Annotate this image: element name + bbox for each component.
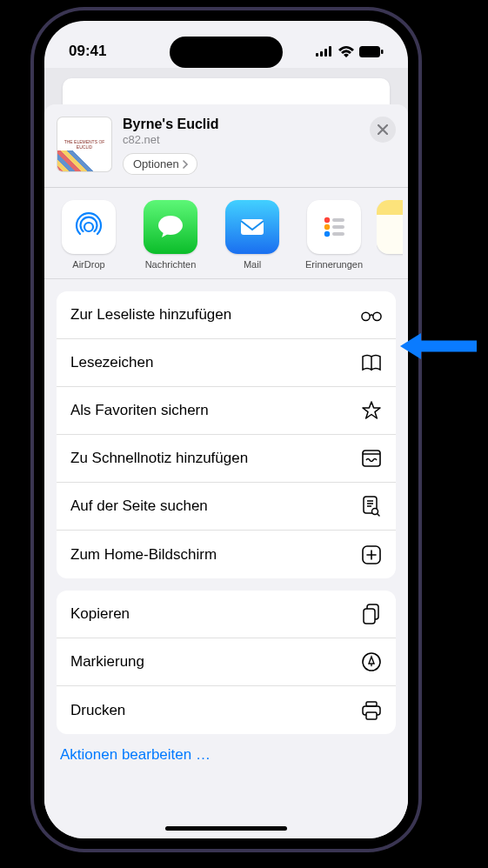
svg-point-15: [362, 312, 370, 320]
svg-point-9: [324, 217, 330, 223]
messages-icon: [144, 200, 197, 254]
action-markup[interactable]: Markierung: [57, 638, 396, 686]
actions-group-1: Zur Leseliste hinzufügen Lesezeichen Als…: [57, 291, 396, 578]
actions-group-2: Kopieren Markierung Drucken: [57, 591, 396, 734]
action-copy[interactable]: Kopieren: [57, 591, 396, 638]
screen: 09:41 THE ELEMENTS OF EUCLID By: [44, 21, 408, 838]
airdrop-icon: [62, 200, 116, 254]
share-sheet: THE ELEMENTS OF EUCLID Byrne's Euclid c8…: [44, 104, 408, 838]
svg-rect-26: [366, 712, 377, 719]
svg-rect-2: [324, 49, 327, 57]
app-reminders[interactable]: Erinnerungen: [295, 200, 373, 270]
reminders-icon: [307, 200, 361, 254]
plus-square-icon: [361, 544, 382, 565]
svg-rect-10: [332, 218, 344, 222]
svg-rect-8: [241, 219, 264, 235]
battery-icon: [359, 46, 384, 57]
action-label: Drucken: [70, 702, 125, 719]
dynamic-island: [170, 37, 283, 68]
printer-icon: [361, 700, 382, 721]
star-icon: [361, 400, 382, 421]
app-mail[interactable]: Mail: [213, 200, 291, 270]
svg-rect-5: [381, 50, 384, 54]
action-find-on-page[interactable]: Auf der Seite suchen: [57, 483, 396, 531]
thumbnail-text: THE ELEMENTS OF EUCLID: [61, 139, 108, 150]
action-reading-list[interactable]: Zur Leseliste hinzufügen: [57, 291, 396, 339]
doc-search-icon: [361, 496, 382, 517]
phone-frame: 09:41 THE ELEMENTS OF EUCLID By: [30, 7, 422, 852]
status-icons-right: [316, 46, 384, 57]
copy-docs-icon: [361, 604, 382, 624]
thumbnail-decor: [57, 150, 111, 171]
action-label: Als Favoriten sichern: [70, 402, 209, 419]
svg-point-11: [324, 224, 330, 230]
messages-label: Nachrichten: [145, 259, 197, 270]
callout-arrow: [398, 331, 477, 365]
action-bookmarks[interactable]: Lesezeichen: [57, 339, 396, 387]
svg-point-19: [372, 509, 378, 515]
action-home-screen[interactable]: Zum Home-Bildschirm: [57, 531, 396, 578]
options-label: Optionen: [133, 157, 179, 170]
status-time: 09:41: [69, 43, 106, 60]
svg-point-13: [324, 231, 330, 237]
quicknote-icon: [361, 448, 382, 469]
close-icon: [378, 124, 388, 135]
mail-label: Mail: [244, 259, 261, 270]
app-row[interactable]: AirDrop Nachrichten Mail: [44, 188, 408, 279]
airdrop-label: AirDrop: [72, 259, 104, 270]
share-header-text: Byrne's Euclid c82.net Optionen: [123, 117, 394, 175]
action-label: Zu Schnellnotiz hinzufügen: [70, 450, 248, 467]
svg-rect-12: [332, 225, 344, 229]
book-icon: [361, 352, 382, 373]
reminders-label: Erinnerungen: [305, 259, 363, 270]
svg-rect-22: [364, 609, 375, 624]
action-quicknote[interactable]: Zu Schnellnotiz hinzufügen: [57, 435, 396, 483]
action-label: Kopieren: [70, 605, 130, 623]
share-header: THE ELEMENTS OF EUCLID Byrne's Euclid c8…: [44, 104, 408, 188]
chevron-right-icon: [181, 160, 190, 169]
action-label: Zum Home-Bildschirm: [70, 546, 217, 564]
action-label: Lesezeichen: [70, 354, 153, 371]
phone-bezel: 09:41 THE ELEMENTS OF EUCLID By: [34, 10, 418, 849]
close-button[interactable]: [370, 117, 396, 143]
svg-rect-17: [363, 451, 380, 466]
svg-rect-4: [359, 46, 380, 57]
svg-rect-14: [332, 232, 344, 236]
svg-rect-3: [329, 46, 331, 57]
svg-point-16: [373, 312, 381, 320]
options-button[interactable]: Optionen: [123, 153, 197, 175]
page-host: c82.net: [123, 133, 394, 146]
page-thumbnail: THE ELEMENTS OF EUCLID: [57, 117, 112, 172]
action-label: Markierung: [70, 653, 144, 671]
app-notes-partial[interactable]: [377, 200, 403, 270]
app-messages[interactable]: Nachrichten: [131, 200, 210, 270]
svg-rect-1: [320, 51, 323, 57]
notes-icon: [377, 200, 403, 254]
app-airdrop[interactable]: AirDrop: [50, 200, 128, 270]
markup-icon: [361, 651, 382, 672]
svg-point-6: [84, 223, 93, 231]
svg-rect-0: [316, 53, 318, 57]
wifi-icon: [338, 46, 354, 57]
svg-point-7: [158, 216, 183, 235]
action-favorites[interactable]: Als Favoriten sichern: [57, 387, 396, 435]
mail-icon: [225, 200, 279, 254]
edit-actions-link[interactable]: Aktionen bearbeiten …: [44, 734, 408, 771]
action-label: Auf der Seite suchen: [70, 497, 208, 515]
page-title: Byrne's Euclid: [123, 117, 394, 132]
home-indicator[interactable]: [165, 826, 287, 831]
cellular-icon: [316, 46, 333, 57]
glasses-icon: [361, 304, 382, 325]
action-print[interactable]: Drucken: [57, 686, 396, 734]
action-label: Zur Leseliste hinzufügen: [70, 306, 231, 324]
